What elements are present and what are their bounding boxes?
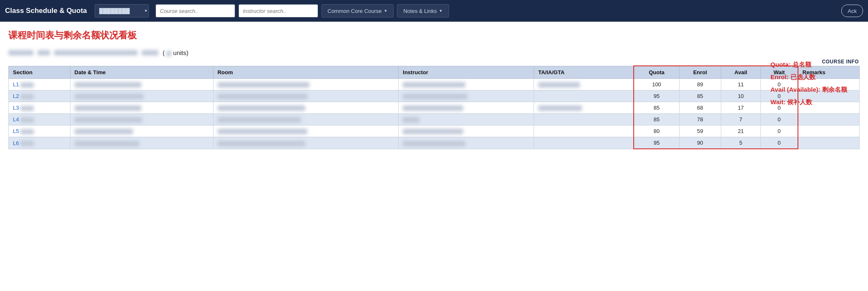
cell-section: L2 — [9, 90, 70, 102]
cell-wait: 0 — [760, 137, 798, 149]
cell-remarks — [798, 114, 860, 125]
main-content: 课程时间表与剩余名额状况看板 Quota: 总名额 Enrol: 已选人数 Av… — [0, 22, 868, 153]
cell-datetime — [70, 90, 213, 102]
notes-links-label: Notes & Links — [403, 8, 437, 14]
cell-section: L5 — [9, 125, 70, 137]
course-num-blurred — [38, 50, 50, 55]
schedule-table: Section Date & Time Room Instructor TA/I… — [8, 65, 860, 149]
table-row: L3 8568170 — [9, 102, 860, 114]
content-area: 课程时间表与剩余名额状况看板 Quota: 总名额 Enrol: 已选人数 Av… — [8, 29, 860, 149]
cell-avail: 5 — [721, 137, 760, 149]
cell-ta — [534, 79, 634, 90]
cell-room — [213, 102, 399, 114]
cell-quota: 100 — [634, 79, 679, 90]
cell-room — [213, 137, 399, 149]
cell-instructor — [399, 90, 534, 102]
app-title: Class Schedule & Quota — [5, 7, 95, 15]
cell-avail: 17 — [721, 102, 760, 114]
course-extra-blurred — [142, 50, 158, 55]
table-body: L1 10089110L2 9585100L3 8568170L4 857870… — [9, 79, 860, 149]
header-quota: Quota — [634, 66, 679, 79]
term-dropdown-wrap[interactable]: ████████ — [95, 4, 152, 18]
cell-quota: 95 — [634, 137, 679, 149]
common-core-button[interactable]: Common Core Course ▼ — [321, 4, 394, 18]
page-heading: 课程时间表与剩余名额状况看板 — [8, 29, 860, 42]
cell-avail: 21 — [721, 125, 760, 137]
cell-ta — [534, 90, 634, 102]
cell-section: L4 — [9, 114, 70, 125]
table-header: Section Date & Time Room Instructor TA/I… — [9, 66, 860, 79]
course-code-blurred — [8, 50, 33, 55]
cell-room — [213, 125, 399, 137]
cell-datetime — [70, 79, 213, 90]
cell-remarks — [798, 137, 860, 149]
cell-room — [213, 114, 399, 125]
cell-enrol: 68 — [679, 102, 721, 114]
cell-quota: 85 — [634, 114, 679, 125]
cell-ta — [534, 102, 634, 114]
cell-room — [213, 90, 399, 102]
common-core-arrow-icon: ▼ — [384, 9, 388, 13]
cell-avail: 7 — [721, 114, 760, 125]
instructor-search-input[interactable] — [238, 4, 318, 18]
cell-quota: 95 — [634, 90, 679, 102]
cell-avail: 10 — [721, 90, 760, 102]
header-room: Room — [213, 66, 399, 79]
cell-enrol: 78 — [679, 114, 721, 125]
units-num-blurred — [166, 51, 171, 56]
cell-instructor — [399, 125, 534, 137]
cell-ta — [534, 125, 634, 137]
table-row: L2 9585100 — [9, 90, 860, 102]
ack-label: Ack — [848, 8, 857, 14]
cell-ta — [534, 114, 634, 125]
cell-datetime — [70, 125, 213, 137]
cell-enrol: 85 — [679, 90, 721, 102]
cell-enrol: 90 — [679, 137, 721, 149]
course-name-blurred — [54, 50, 138, 55]
course-info-label: COURSE INFO — [8, 59, 860, 65]
cell-remarks — [798, 125, 860, 137]
notes-links-button[interactable]: Notes & Links ▼ — [397, 4, 449, 18]
term-dropdown[interactable]: ████████ — [95, 4, 149, 18]
legend-panel: Quota: 总名额 Enrol: 已选人数 Avail (Available)… — [770, 58, 847, 108]
cell-ta — [534, 137, 634, 149]
cell-datetime — [70, 102, 213, 114]
cell-enrol: 89 — [679, 79, 721, 90]
table-row: L1 10089110 — [9, 79, 860, 90]
header-enrol: Enrol — [679, 66, 721, 79]
cell-avail: 11 — [721, 79, 760, 90]
header-instructor: Instructor — [399, 66, 534, 79]
cell-quota: 85 — [634, 102, 679, 114]
header-avail: Avail — [721, 66, 760, 79]
cell-instructor — [399, 79, 534, 90]
cell-datetime — [70, 114, 213, 125]
cell-instructor — [399, 102, 534, 114]
table-wrap: Section Date & Time Room Instructor TA/I… — [8, 65, 860, 149]
cell-section: L1 — [9, 79, 70, 90]
cell-room — [213, 79, 399, 90]
table-row: L4 857870 — [9, 114, 860, 125]
cell-enrol: 59 — [679, 125, 721, 137]
cell-quota: 80 — [634, 125, 679, 137]
cell-wait: 0 — [760, 125, 798, 137]
cell-instructor — [399, 114, 534, 125]
ack-button[interactable]: Ack — [841, 5, 863, 17]
notes-links-arrow-icon: ▼ — [439, 9, 443, 13]
cell-datetime — [70, 137, 213, 149]
header-ta: TA/IA/GTA — [534, 66, 634, 79]
legend-avail: Avail (Available): 剩余名额 — [770, 83, 847, 96]
units-text: ( units) — [163, 49, 188, 56]
legend-enrol: Enrol: 已选人数 — [770, 71, 847, 83]
table-row: L6 959050 — [9, 137, 860, 149]
legend-quota: Quota: 总名额 — [770, 58, 847, 71]
cell-section: L3 — [9, 102, 70, 114]
course-search-input[interactable] — [156, 4, 235, 18]
common-core-label: Common Core Course — [328, 8, 382, 14]
cell-wait: 0 — [760, 114, 798, 125]
navbar: Class Schedule & Quota ████████ Common C… — [0, 0, 868, 22]
course-bar: ( units) — [8, 49, 860, 56]
table-row: L5 8059210 — [9, 125, 860, 137]
header-section: Section — [9, 66, 70, 79]
cell-instructor — [399, 137, 534, 149]
legend-wait: Wait: 候补人数 — [770, 96, 847, 108]
